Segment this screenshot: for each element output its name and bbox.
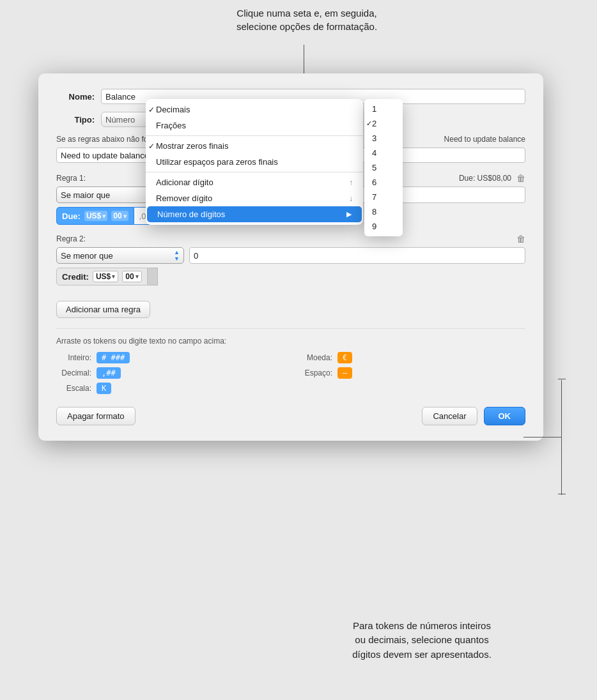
regra2-chevron-icon: ▲▼: [174, 249, 180, 262]
annotation-bottom-line1: Para tokens de números inteiros: [353, 620, 491, 631]
due-digits-select[interactable]: 00 ▾: [111, 211, 128, 221]
token-decimal-label: Decimal:: [56, 369, 91, 377]
bottom-buttons: Apagar formato Cancelar OK: [56, 407, 525, 425]
credit-digits-value: 00: [125, 272, 134, 281]
due-currency-value: US$: [86, 211, 101, 220]
comma-value: ,0: [139, 211, 146, 221]
annotation-bottom-line2: ou decimais, selecione quantos: [355, 634, 488, 645]
remover-digito-shortcut: ↓: [349, 194, 353, 203]
submenu-item-7[interactable]: 7: [364, 190, 403, 204]
annotation-bottom-line3: dígitos devem ser apresentados.: [352, 649, 492, 660]
token-espaco-label: Espaço:: [297, 369, 332, 377]
token-moeda-chip[interactable]: €: [337, 352, 352, 363]
submenu-item-6[interactable]: 6: [364, 175, 403, 190]
menu-item-numero-digitos[interactable]: Número de dígitos ▶: [147, 206, 362, 222]
regra2-section: Regra 2: 🗑 Se menor que ▲▼ Credit: US$ ▾…: [56, 234, 525, 285]
credit-currency-chevron: ▾: [112, 273, 115, 280]
submenu-item-9[interactable]: 9: [364, 219, 403, 234]
menu-item-decimais[interactable]: Decimais: [146, 102, 363, 118]
ok-button[interactable]: OK: [484, 407, 526, 425]
due-currency-chevron: ▾: [102, 213, 105, 220]
add-rule-button[interactable]: Adicionar uma regra: [56, 301, 150, 318]
token-escala-chip[interactable]: K: [97, 383, 111, 394]
callout-top-tick: [558, 379, 566, 379]
menu-separator-2: [146, 172, 363, 172]
regra2-title: Regra 2:: [56, 234, 86, 243]
menu-item-remover-digito-label: Remover dígito: [156, 194, 212, 203]
token-moeda-row: Moeda: €: [297, 352, 525, 363]
submenu-item-5[interactable]: 5: [364, 160, 403, 175]
due-field: Due: US$ ▾ 00 ▾: [56, 207, 134, 225]
regra2-value-input[interactable]: [189, 247, 525, 264]
callout-mid-line: [523, 437, 562, 438]
delete-format-button[interactable]: Apagar formato: [56, 407, 136, 425]
menu-item-utilizar-espacos[interactable]: Utilizar espaços para zeros finais: [146, 154, 363, 170]
menu-item-adicionar-digito-label: Adicionar dígito: [156, 178, 213, 187]
due-digits-chevron: ▾: [123, 213, 127, 220]
menu-item-decimais-label: Decimais: [156, 105, 190, 114]
submenu-item-3[interactable]: 3: [364, 131, 403, 146]
regra2-condition-value: Se menor que: [61, 251, 113, 261]
regra2-condition-select[interactable]: Se menor que ▲▼: [56, 247, 184, 264]
credit-digits-select[interactable]: 00 ▾: [122, 271, 141, 282]
regra2-condition-row: Se menor que ▲▼: [56, 247, 525, 264]
menu-item-fracoes-label: Frações: [156, 121, 186, 130]
token-espaco-row: Espaço: –: [297, 367, 525, 379]
menu-item-remover-digito[interactable]: Remover dígito ↓: [146, 190, 363, 206]
adicionar-digito-shortcut: ↑: [349, 178, 353, 187]
menu-item-utilizar-espacos-label: Utilizar espaços para zeros finais: [156, 157, 278, 167]
menu-item-numero-digitos-label: Número de dígitos: [157, 209, 225, 219]
submenu-item-8[interactable]: 8: [364, 204, 403, 219]
cancel-button[interactable]: Cancelar: [422, 407, 477, 425]
credit-label: Credit:: [62, 272, 89, 282]
menu-item-adicionar-digito[interactable]: Adicionar dígito ↑: [146, 174, 363, 190]
regra1-title: Regra 1:: [56, 174, 86, 183]
callout-bottom-tick: [558, 494, 566, 494]
token-escala-row: Escala: K: [56, 383, 284, 394]
submenu-item-4[interactable]: 4: [364, 146, 403, 160]
regra2-header: Regra 2: 🗑: [56, 234, 525, 244]
submenu-item-2[interactable]: 2: [364, 116, 403, 131]
se-regras-value: Need to update balance: [444, 135, 525, 144]
dropdown-menu: Decimais Frações Mostrar zeros finais Ut…: [146, 99, 363, 225]
credit-currency-value: US$: [96, 272, 111, 281]
annotation-top-line2: selecione opções de formatação.: [236, 21, 377, 32]
regra2-trash-icon[interactable]: 🗑: [516, 234, 525, 244]
right-buttons: Cancelar OK: [422, 407, 525, 425]
token-inteiro-chip[interactable]: # ###: [97, 352, 130, 363]
token-moeda-label: Moeda:: [297, 353, 332, 362]
menu-separator-1: [146, 135, 363, 136]
due-digits-value: 00: [113, 211, 121, 220]
credit-currency-select[interactable]: US$ ▾: [93, 271, 118, 282]
annotation-bottom: Para tokens de números inteiros ou decim…: [313, 619, 531, 662]
menu-item-mostrar-zeros[interactable]: Mostrar zeros finais: [146, 138, 363, 154]
regra1-trash-icon[interactable]: 🗑: [516, 173, 525, 183]
credit-digits-chevron: ▾: [136, 273, 139, 280]
token-decimal-row: Decimal: ,##: [56, 367, 284, 379]
due-currency-select[interactable]: US$ ▾: [84, 211, 107, 221]
numero-digitos-arrow: ▶: [346, 210, 352, 218]
regra2-format-row: Credit: US$ ▾ 00 ▾: [56, 268, 525, 285]
callout-line-right: [561, 380, 562, 495]
nome-label: Nome:: [56, 92, 95, 102]
tipo-value: Número: [105, 115, 135, 125]
annotation-top: Clique numa seta e, em seguida, selecion…: [211, 6, 403, 33]
tokens-grid: Inteiro: # ### Moeda: € Decimal: ,## Esp…: [56, 352, 525, 394]
tokens-drag-label: Arraste os tokens ou digite texto no cam…: [56, 337, 525, 346]
token-inteiro-label: Inteiro:: [56, 353, 91, 362]
due-label: Due:: [62, 211, 81, 221]
token-espaco-chip[interactable]: –: [337, 367, 352, 379]
token-escala-label: Escala:: [56, 384, 91, 393]
submenu-item-1[interactable]: 1: [364, 102, 403, 116]
token-inteiro-row: Inteiro: # ###: [56, 352, 284, 363]
menu-item-mostrar-zeros-label: Mostrar zeros finais: [156, 141, 228, 151]
regra2-extra-box: [148, 268, 159, 285]
token-decimal-chip[interactable]: ,##: [97, 367, 121, 379]
credit-field: Credit: US$ ▾ 00 ▾: [56, 268, 148, 285]
menu-item-fracoes[interactable]: Frações: [146, 118, 363, 133]
submenu-digitos: 1 2 3 4 5 6 7 8 9: [364, 99, 403, 236]
regra1-due: Due: US$08,00: [459, 174, 511, 183]
tokens-section: Arraste os tokens ou digite texto no cam…: [56, 328, 525, 394]
annotation-top-line1: Clique numa seta e, em seguida,: [236, 8, 376, 19]
tipo-label: Tipo:: [56, 115, 95, 125]
